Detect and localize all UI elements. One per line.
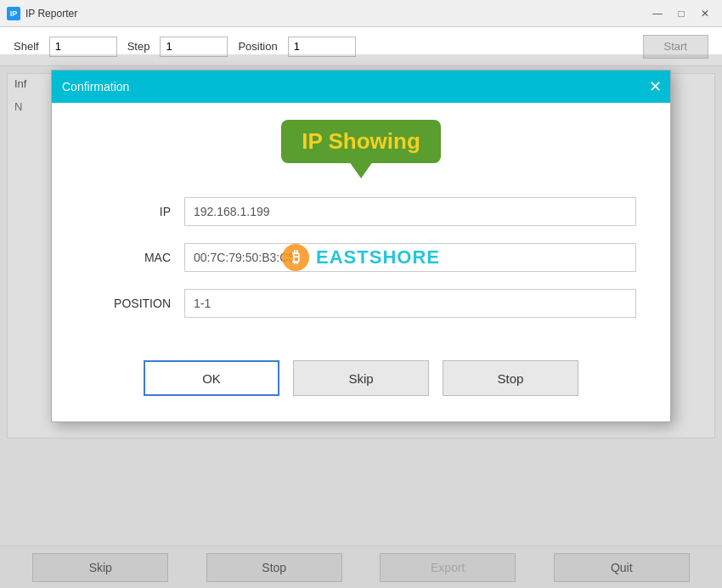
- confirmation-dialog: Confirmation ✕ IP Showing IP MAC ₿: [51, 70, 671, 422]
- shelf-label: Shelf: [14, 40, 39, 53]
- dialog-header: Confirmation ✕: [52, 71, 670, 103]
- ip-showing-bubble: IP Showing: [281, 120, 441, 163]
- main-content: Shelf Step Position Start Inf N Skip Sto…: [0, 27, 722, 588]
- mac-field[interactable]: [184, 243, 636, 272]
- dialog-buttons: OK Skip Stop: [52, 352, 670, 421]
- position-field-label: POSITION: [86, 297, 171, 310]
- ip-row: IP: [86, 197, 636, 226]
- position-label: Position: [238, 40, 277, 53]
- minimize-button[interactable]: —: [647, 5, 668, 22]
- position-input[interactable]: [288, 37, 356, 57]
- window-controls: — □ ✕: [647, 5, 715, 22]
- ok-button[interactable]: OK: [144, 360, 279, 396]
- ip-field-label: IP: [86, 205, 171, 218]
- position-field[interactable]: [184, 289, 636, 318]
- shelf-input[interactable]: [49, 37, 117, 57]
- position-row: POSITION: [86, 289, 636, 318]
- stop-dialog-button[interactable]: Stop: [443, 360, 578, 396]
- maximize-button[interactable]: □: [671, 5, 691, 22]
- ip-field[interactable]: [184, 197, 636, 226]
- dialog-close-button[interactable]: ✕: [649, 79, 662, 94]
- step-input[interactable]: [160, 37, 228, 57]
- app-title: IP Reporter: [25, 8, 647, 20]
- title-bar: IP IP Reporter — □ ✕: [0, 0, 722, 27]
- app-icon: IP: [7, 7, 20, 20]
- skip-dialog-button[interactable]: Skip: [293, 360, 429, 396]
- dialog-title: Confirmation: [62, 80, 129, 93]
- mac-row: MAC ₿ EASTSHORE: [86, 243, 636, 272]
- bubble-text: IP Showing: [302, 128, 420, 154]
- dialog-form: IP MAC ₿ EASTSHORE POSITION: [52, 172, 670, 352]
- speech-bubble-wrap: IP Showing: [52, 120, 670, 163]
- step-label: Step: [127, 40, 150, 53]
- mac-field-label: MAC: [86, 251, 171, 264]
- close-window-button[interactable]: ✕: [695, 5, 715, 22]
